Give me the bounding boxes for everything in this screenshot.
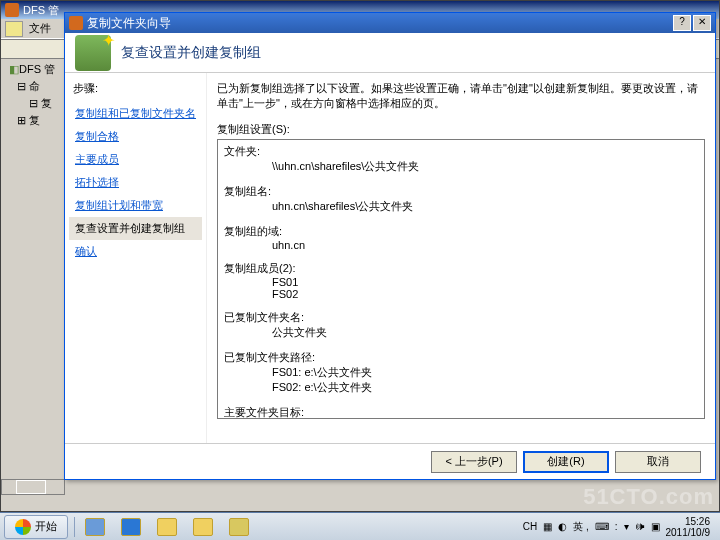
tray-icon-4[interactable]: : [615, 521, 618, 532]
settings-textbox[interactable]: 文件夹:\\uhn.cn\sharefiles\公共文件夹复制组名:uhn.cn… [217, 139, 705, 419]
menu-file[interactable]: 文件 [29, 21, 51, 36]
taskbar-item-2[interactable] [114, 515, 148, 539]
setting-key: 复制组名: [224, 184, 698, 199]
mmc-title: DFS 管 [23, 3, 59, 18]
wizard-nav: 步骤: 复制组和已复制文件夹名复制合格主要成员拓扑选择复制组计划和带宽复查设置并… [65, 73, 207, 443]
setting-key: 主要文件夹目标: [224, 405, 698, 419]
wizard-step-1[interactable]: 复制合格 [69, 125, 202, 148]
taskbar-divider [74, 517, 75, 537]
settings-label: 复制组设置(S): [217, 122, 705, 137]
tray-icon-6[interactable]: 🕪 [635, 521, 645, 532]
wizard-heading: 复查设置并创建复制组 [121, 44, 261, 62]
taskbar-item-3[interactable] [150, 515, 184, 539]
wizard-icon [69, 16, 83, 30]
watermark: 51CTO.com [583, 484, 714, 510]
create-button[interactable]: 创建(R) [523, 451, 609, 473]
wizard-step-2[interactable]: 主要成员 [69, 148, 202, 171]
toolbar-back-icon[interactable] [5, 21, 23, 37]
tree-scrollbar-h[interactable] [1, 479, 65, 495]
tree-node-namespace[interactable]: 命 [5, 78, 65, 95]
instruction-text: 已为新复制组选择了以下设置。如果这些设置正确，请单击"创建"以创建新复制组。要更… [217, 81, 705, 112]
taskbar-item-4[interactable] [186, 515, 220, 539]
tree-root[interactable]: DFS 管 [5, 61, 65, 78]
setting-value: 公共文件夹 [224, 325, 698, 340]
wizard-step-0[interactable]: 复制组和已复制文件夹名 [69, 102, 202, 125]
wizard-step-6[interactable]: 确认 [69, 240, 202, 263]
wizard-step-3[interactable]: 拓扑选择 [69, 171, 202, 194]
wizard-titlebar[interactable]: 复制文件夹向导 ? ✕ [65, 13, 715, 33]
wizard-title-text: 复制文件夹向导 [87, 15, 171, 32]
taskbar-item-1[interactable] [78, 515, 112, 539]
back-button[interactable]: < 上一步(P) [431, 451, 517, 473]
setting-key: 文件夹: [224, 144, 698, 159]
setting-value: FS02 [224, 288, 698, 300]
taskbar-item-5[interactable] [222, 515, 256, 539]
clock[interactable]: 15:26 2011/10/9 [666, 516, 715, 538]
wizard-footer: < 上一步(P) 创建(R) 取消 [65, 443, 715, 479]
setting-value: uhn.cn [224, 239, 698, 251]
app-icon [5, 3, 19, 17]
wizard-header: 复查设置并创建复制组 [65, 33, 715, 73]
lang-indicator[interactable]: CH [523, 521, 537, 532]
setting-value: \\uhn.cn\sharefiles\公共文件夹 [224, 159, 698, 174]
tray-icon-5[interactable]: ▾ [624, 521, 629, 532]
setting-key: 已复制文件夹名: [224, 310, 698, 325]
tree-node-repl[interactable]: 复 [5, 95, 65, 112]
setting-value: uhn.cn\sharefiles\公共文件夹 [224, 199, 698, 214]
setting-value: FS01: e:\公共文件夹 [224, 365, 698, 380]
taskbar: 开始 CH ▦ ◐ 英 , ⌨ : ▾ 🕪 ▣ 15:26 2011/10/9 [0, 512, 720, 540]
setting-key: 复制组成员(2): [224, 261, 698, 276]
wizard-main: 已为新复制组选择了以下设置。如果这些设置正确，请单击"创建"以创建新复制组。要更… [207, 73, 715, 443]
tree-panel: DFS 管 命 复 复 [5, 61, 65, 129]
wizard-step-icon [75, 35, 111, 71]
start-button[interactable]: 开始 [4, 515, 68, 539]
cancel-button[interactable]: 取消 [615, 451, 701, 473]
setting-key: 已复制文件夹路径: [224, 350, 698, 365]
wizard-dialog: 复制文件夹向导 ? ✕ 复查设置并创建复制组 步骤: 复制组和已复制文件夹名复制… [64, 12, 716, 480]
help-button[interactable]: ? [673, 15, 691, 31]
setting-value: FS02: e:\公共文件夹 [224, 380, 698, 395]
tray-icon-2[interactable]: ◐ [558, 521, 567, 532]
tree-leaf-repl[interactable]: 复 [5, 112, 65, 129]
wizard-step-5[interactable]: 复查设置并创建复制组 [69, 217, 202, 240]
start-orb-icon [15, 519, 31, 535]
tray-icon-1[interactable]: ▦ [543, 521, 552, 532]
ime-indicator[interactable]: 英 , [573, 520, 589, 534]
tray-icon-7[interactable]: ▣ [651, 521, 660, 532]
setting-value: FS01 [224, 276, 698, 288]
setting-key: 复制组的域: [224, 224, 698, 239]
system-tray: CH ▦ ◐ 英 , ⌨ : ▾ 🕪 ▣ 15:26 2011/10/9 [517, 513, 720, 540]
tray-icon-3[interactable]: ⌨ [595, 521, 609, 532]
nav-label: 步骤: [69, 81, 202, 96]
close-button[interactable]: ✕ [693, 15, 711, 31]
wizard-step-4[interactable]: 复制组计划和带宽 [69, 194, 202, 217]
